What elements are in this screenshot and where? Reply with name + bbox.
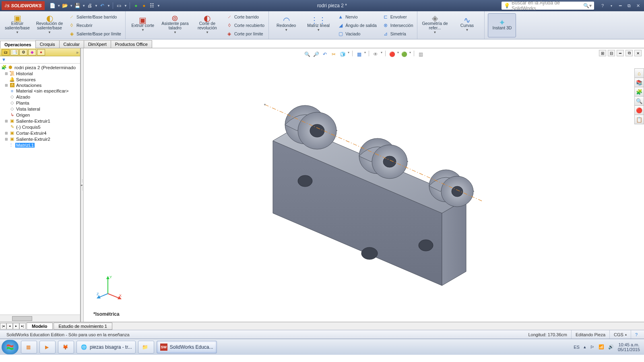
zoom-fit-icon[interactable]: 🔍	[303, 51, 311, 58]
view-orient-icon[interactable]: 🧊	[339, 51, 346, 58]
feature-tree-tab-icon[interactable]: 🗂	[2, 49, 10, 56]
taskpane-library-icon[interactable]: 📚	[634, 78, 644, 87]
options-icon[interactable]: ●	[140, 2, 148, 9]
tree-feat-cut4[interactable]: ⊞▣Cortar-Extruir4	[0, 130, 80, 136]
dimxpert-tab-icon[interactable]: ◆	[28, 49, 36, 56]
close-icon[interactable]: ✕	[634, 2, 642, 9]
revolve-cut-button[interactable]: ◐Corte de revolución▼	[193, 13, 221, 37]
tree-feat-pattern1[interactable]: ⋮⋮MatrizL1	[0, 142, 80, 148]
prev-view-icon[interactable]: ↶	[321, 51, 328, 58]
display-style-icon[interactable]: ▦	[355, 51, 363, 58]
taskpane-explorer-icon[interactable]: 🧩	[634, 87, 644, 97]
taskbar-chrome-button[interactable]: 🌐piezas bisagra - tr...	[76, 341, 136, 354]
help-search[interactable]: 💡 Buscar en la Ayuda de SolidWorks 🔍▾	[502, 2, 594, 10]
tree-material[interactable]: ≡Material <sin especificar>	[0, 88, 80, 94]
panel-splitter[interactable]: ⋮◂⋮	[80, 48, 84, 322]
3d-viewport[interactable]: 🔍 🔎 ↶ ✂ 🧊▾ ▦▾ 👁▾ 🔴▾ 🟢▾ ▥ ⊞ ⊟ ━ ⧉ ✕ ⌂ 📚 🧩	[84, 48, 644, 322]
doc-max-icon[interactable]: ⧉	[625, 50, 633, 56]
tab-calcular[interactable]: Calcular	[59, 40, 84, 48]
render-icon[interactable]: ▥	[417, 51, 424, 58]
tree-root[interactable]: 🧩⬢rodri pieza 2 (Predeterminado	[0, 64, 80, 70]
draft-button[interactable]: ◢Ángulo de salida	[336, 22, 378, 29]
tray-expand-icon[interactable]: ▴	[584, 344, 586, 350]
revolve-boss-button[interactable]: ◐Revolución de saliente/base▼	[35, 13, 64, 37]
taskpane-view-icon[interactable]: 🔍	[634, 96, 644, 106]
doc-min-icon[interactable]: ━	[617, 50, 624, 56]
wrap-button[interactable]: ⊏Envolver	[382, 13, 414, 21]
hole-wizard-button[interactable]: ⊚Asistente para taladro▼	[161, 13, 189, 37]
tree-origin[interactable]: ↳Origen	[0, 112, 80, 118]
extrude-cut-button[interactable]: ▣Extruir corte▼	[129, 13, 157, 37]
taskbar-explorer-button[interactable]: 📁	[138, 341, 154, 354]
status-units[interactable]: CGS▴	[610, 330, 631, 339]
print-icon[interactable]: 🖨	[86, 2, 93, 9]
start-button[interactable]	[2, 340, 19, 354]
fillet-button[interactable]: ◠Redondeo▼	[272, 13, 300, 37]
tray-lang[interactable]: ES	[574, 345, 580, 350]
taskbar-apps-button[interactable]: ▦	[21, 341, 37, 354]
settings-icon[interactable]: ☷	[149, 2, 156, 9]
loft-boss-button[interactable]: ◊Recubrir	[68, 22, 122, 29]
tab-nav-next-icon[interactable]: ▸	[13, 323, 19, 329]
shell-button[interactable]: ▢Vaciado	[336, 30, 378, 37]
intersect-button[interactable]: ⊗Intersección	[382, 22, 414, 29]
taskpane-appearance-icon[interactable]: 🔴	[634, 105, 644, 115]
swept-boss-button[interactable]: ⟋Saliente/Base barrido	[68, 13, 122, 21]
tree-feat-extrude2[interactable]: ⊞▣Saliente-Extruir2	[0, 136, 80, 142]
save-icon[interactable]: 💾	[74, 2, 81, 9]
tab-operaciones[interactable]: Operaciones	[0, 41, 36, 48]
tree-side-plane[interactable]: ◇Vista lateral	[0, 106, 80, 112]
zoom-area-icon[interactable]: 🔎	[312, 51, 320, 58]
open-icon[interactable]: 📂	[61, 2, 68, 9]
tree-front-plane[interactable]: ◇Alzado	[0, 94, 80, 100]
doc-close-icon[interactable]: ✕	[634, 50, 642, 56]
tab-croquis[interactable]: Croquis	[35, 40, 60, 48]
tree-filter[interactable]: ▼	[0, 56, 80, 64]
tab-dimxpert[interactable]: DimXpert	[84, 40, 111, 48]
help-icon[interactable]: ?	[599, 2, 606, 9]
ref-geometry-button[interactable]: ◈Geometría de refer...▼	[421, 13, 449, 37]
tray-flag-icon[interactable]: 🏳	[590, 345, 594, 350]
tray-clock[interactable]: 10:45 a.m.05/11/2015	[618, 342, 642, 352]
taskpane-properties-icon[interactable]: 📋	[634, 115, 644, 124]
doc-split2-icon[interactable]: ⊟	[608, 50, 615, 56]
taskpane-resources-icon[interactable]: ⌂	[634, 68, 644, 78]
boundary-boss-button[interactable]: ◈Saliente/Base por límite	[68, 30, 122, 37]
tree-top-plane[interactable]: ◇Planta	[0, 100, 80, 106]
extrude-boss-button[interactable]: ▣Extruir saliente/base▼	[3, 13, 31, 37]
taskbar-firefox-button[interactable]: 🦊	[58, 341, 74, 354]
tray-network-icon[interactable]: 📶	[599, 344, 604, 350]
tree-feat-extrude1[interactable]: ⊞▣Saliente-Extruir1	[0, 118, 80, 124]
motion-study-tab[interactable]: Estudio de movimiento 1	[54, 323, 112, 330]
rib-button[interactable]: ▲Nervio	[336, 13, 378, 21]
doc-split1-icon[interactable]: ⊞	[599, 50, 606, 56]
tree-annotations[interactable]: ⊞🅰Anotaciones	[0, 82, 80, 88]
minimize-icon[interactable]: ━	[617, 2, 624, 9]
tree-history[interactable]: ⊞📜Historial	[0, 70, 80, 76]
linear-pattern-button[interactable]: ⋮⋮Matriz lineal▼	[304, 13, 332, 37]
tray-volume-icon[interactable]: 🔊	[608, 344, 614, 350]
swept-cut-button[interactable]: ⟋Corte barrido	[225, 13, 265, 21]
select-icon[interactable]: ▭	[116, 2, 123, 9]
new-icon[interactable]: 📄	[49, 2, 56, 9]
expand-panel-icon[interactable]: »	[76, 50, 78, 55]
tab-nav-prev-icon[interactable]: ◂	[6, 323, 13, 329]
taskbar-media-button[interactable]: ▶	[39, 341, 56, 354]
curves-button[interactable]: ∿Curvas▼	[453, 13, 481, 37]
tab-productos-office[interactable]: Productos Office	[111, 40, 152, 48]
tab-nav-first-icon[interactable]: |◂	[0, 323, 6, 329]
loft-cut-button[interactable]: ◊Corte recubierto	[225, 22, 265, 29]
tab-nav-last-icon[interactable]: ▸|	[19, 323, 26, 329]
tree-sensors[interactable]: 🔔Sensores	[0, 76, 80, 82]
restore-icon[interactable]: ⧉	[625, 2, 633, 9]
model-tab[interactable]: Modelo	[27, 323, 53, 330]
config-tab-icon[interactable]: ⚙	[19, 49, 27, 56]
scene-icon[interactable]: 🟢	[400, 51, 408, 58]
status-help-icon[interactable]: ?	[631, 330, 642, 339]
property-tab-icon[interactable]: 📑	[10, 49, 19, 56]
hide-show-icon[interactable]: 👁	[372, 51, 379, 58]
tree-feat-sketch5[interactable]: ✎(-) Croquis5	[0, 124, 80, 130]
taskbar-solidworks-button[interactable]: SWSolidWorks Educa...	[157, 341, 217, 354]
mirror-button[interactable]: ⊿Simetría	[382, 30, 414, 37]
instant3d-button[interactable]: ✦Instant 3D	[488, 13, 516, 37]
